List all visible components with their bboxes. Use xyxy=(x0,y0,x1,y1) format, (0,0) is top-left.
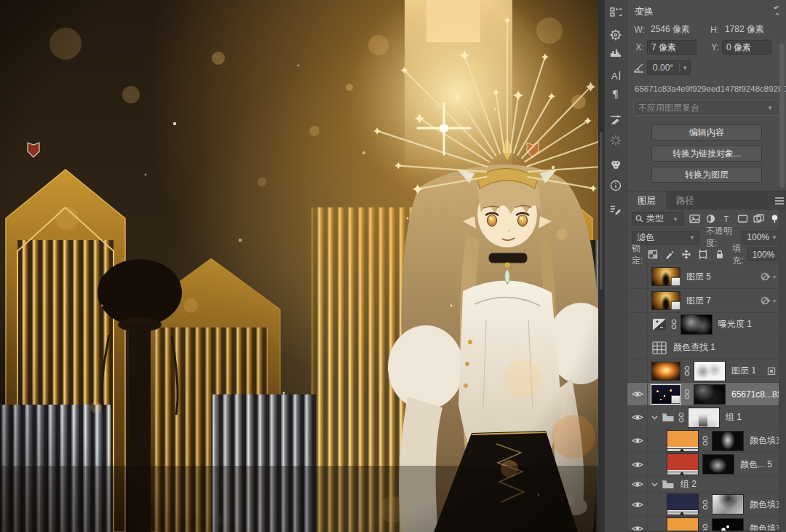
layer-row[interactable]: 组 2 xyxy=(627,477,779,493)
exposure-adjustment-icon[interactable] xyxy=(651,318,667,331)
edit-contents-button[interactable]: 编辑内容 xyxy=(651,124,762,140)
visibility-eye-icon[interactable] xyxy=(627,493,648,516)
layer-name[interactable]: 65671c8...8SttVn xyxy=(731,389,779,400)
brush-settings-icon[interactable] xyxy=(606,111,626,128)
tab-layers[interactable]: 图层 xyxy=(627,191,666,210)
navigator-wheel-icon[interactable] xyxy=(606,26,626,44)
visibility-eye-icon[interactable] xyxy=(627,383,648,405)
angle-chevron-icon[interactable]: ▾ xyxy=(680,64,690,71)
canvas-scrollbar[interactable] xyxy=(598,0,604,532)
visibility-eye-icon[interactable] xyxy=(627,477,648,492)
tool-presets-icon[interactable] xyxy=(606,201,626,218)
properties-scrollbar[interactable] xyxy=(779,44,785,188)
layer-mask-thumbnail[interactable] xyxy=(694,361,726,381)
lock-paint-icon[interactable] xyxy=(663,248,675,261)
canvas-area[interactable] xyxy=(0,0,598,532)
mask-link-icon[interactable] xyxy=(702,499,708,510)
layer-thumbnail[interactable] xyxy=(651,267,680,286)
opacity-input[interactable]: 100%▾ xyxy=(742,231,782,245)
convert-to-linked-button[interactable]: 转换为链接对象... xyxy=(651,146,762,162)
fill-color-thumbnail[interactable] xyxy=(667,453,699,475)
visibility-eye-icon[interactable] xyxy=(627,517,648,532)
layer-name[interactable]: 图层 5 xyxy=(686,271,711,283)
layer-name[interactable]: 图层 1 xyxy=(731,365,756,377)
layer-thumbnail[interactable] xyxy=(651,362,680,381)
y-input[interactable]: 0 像素 xyxy=(722,40,771,55)
visibility-eye-icon[interactable] xyxy=(627,453,648,476)
lock-transparent-icon[interactable] xyxy=(646,248,659,261)
starburst-icon[interactable] xyxy=(606,132,626,149)
fill-color-thumbnail[interactable] xyxy=(667,430,699,452)
convert-to-layer-button[interactable]: 转换为图层 xyxy=(651,167,762,183)
visibility-toggle-empty[interactable] xyxy=(627,360,648,382)
layer-row[interactable]: 颜色填充 4 xyxy=(627,517,779,532)
layer-comp-select[interactable]: 不应用图层复合 ▾ xyxy=(633,100,780,116)
group-expand-chevron-icon[interactable] xyxy=(651,416,658,420)
smart-filter-badge-icon[interactable]: ▾ xyxy=(761,271,776,282)
visibility-toggle-empty[interactable] xyxy=(627,289,648,312)
layers-scrollbar-track[interactable] xyxy=(779,210,786,532)
smart-filter-badge-icon[interactable]: ▾ xyxy=(761,295,776,306)
layer-row[interactable]: 曝光度 1 xyxy=(627,313,779,336)
visibility-toggle-empty[interactable] xyxy=(627,313,648,336)
layer-name[interactable]: 颜色填充 1 xyxy=(750,499,779,511)
layer-mask-thumbnail[interactable] xyxy=(694,384,726,405)
layer-name[interactable]: 颜色查找 1 xyxy=(673,341,715,354)
info-icon[interactable] xyxy=(606,177,626,194)
layer-mask-thumbnail[interactable] xyxy=(712,431,744,451)
layer-row[interactable]: 颜色填充 2 xyxy=(627,429,779,453)
x-input[interactable]: 7 像素 xyxy=(647,40,696,55)
shape-filter-icon[interactable] xyxy=(736,212,750,226)
layer-comps-icon[interactable] xyxy=(606,4,626,21)
blob-icon[interactable] xyxy=(606,156,626,173)
layer-row[interactable]: 颜色... 5 xyxy=(627,453,779,477)
copy-badge-icon[interactable] xyxy=(767,367,776,376)
character-icon[interactable]: A xyxy=(606,67,626,84)
color-lookup-icon[interactable] xyxy=(651,341,667,354)
layer-mask-thumbnail[interactable] xyxy=(702,454,734,475)
pixel-layer-filter-icon[interactable] xyxy=(688,212,702,226)
adjustment-filter-icon[interactable] xyxy=(704,212,718,226)
mask-link-icon[interactable] xyxy=(684,389,690,400)
layer-row[interactable]: 图层 7▾ xyxy=(627,289,779,313)
kind-filter-select[interactable]: 类型 ▾ xyxy=(632,212,684,226)
layer-row[interactable]: 65671c8...8SttVn xyxy=(627,383,779,406)
histogram-icon[interactable] xyxy=(606,44,626,62)
layer-mask-thumbnail[interactable] xyxy=(680,314,712,335)
reset-transform-icon[interactable] xyxy=(767,6,779,17)
visibility-toggle-empty[interactable] xyxy=(627,265,648,288)
layer-name[interactable]: 组 2 xyxy=(680,478,696,491)
lock-move-icon[interactable] xyxy=(680,248,692,261)
layer-row[interactable]: 组 1 xyxy=(627,406,779,429)
visibility-eye-icon[interactable] xyxy=(627,429,648,452)
type-filter-icon[interactable]: T xyxy=(720,212,734,226)
mask-link-icon[interactable] xyxy=(702,435,708,446)
fill-color-thumbnail[interactable] xyxy=(667,493,699,515)
layer-name[interactable]: 组 1 xyxy=(726,411,742,424)
layer-row[interactable]: 颜色填充 1 xyxy=(627,493,779,517)
mask-link-icon[interactable] xyxy=(678,412,684,423)
mask-link-icon[interactable] xyxy=(684,365,690,376)
visibility-toggle-empty[interactable] xyxy=(627,336,648,359)
angle-input[interactable]: 0.00° ▾ xyxy=(647,60,691,75)
layer-thumbnail[interactable] xyxy=(651,291,680,310)
fill-color-thumbnail[interactable] xyxy=(667,517,699,532)
layer-name[interactable]: 曝光度 1 xyxy=(718,318,752,330)
layer-name[interactable]: 颜色... 5 xyxy=(740,458,772,471)
group-expand-chevron-icon[interactable] xyxy=(651,483,658,487)
layer-mask-thumbnail[interactable] xyxy=(712,494,744,515)
layer-row[interactable]: 图层 5▾ xyxy=(627,265,779,289)
paragraph-icon[interactable]: ¶ xyxy=(606,85,626,103)
tab-paths[interactable]: 路径 xyxy=(666,191,704,210)
layer-row[interactable]: 颜色查找 1 xyxy=(627,336,779,360)
panel-menu-icon[interactable] xyxy=(774,196,785,205)
layer-name[interactable]: 图层 7 xyxy=(686,295,711,307)
mask-link-icon[interactable] xyxy=(671,319,677,330)
lock-all-icon[interactable] xyxy=(713,248,726,261)
visibility-eye-icon[interactable] xyxy=(627,406,648,429)
layer-name[interactable]: 颜色填充 2 xyxy=(750,434,779,447)
layer-mask-thumbnail[interactable] xyxy=(688,408,720,428)
smart-object-filter-icon[interactable] xyxy=(752,212,766,226)
layer-row[interactable]: 图层 1 xyxy=(627,360,779,383)
lock-artboard-icon[interactable] xyxy=(696,248,709,261)
